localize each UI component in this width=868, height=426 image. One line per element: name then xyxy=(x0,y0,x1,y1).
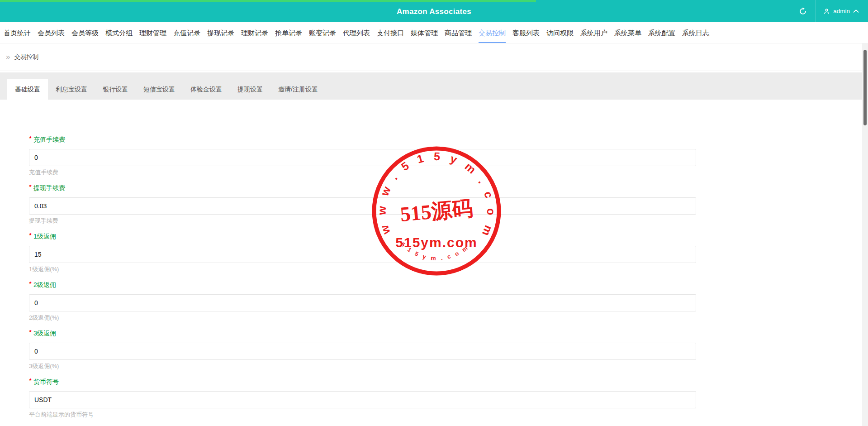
username-label: admin xyxy=(833,8,850,14)
nav-item-member-list[interactable]: 会员列表 xyxy=(38,22,65,43)
tab-lixibao-settings[interactable]: 利息宝设置 xyxy=(48,79,95,100)
nav-item-account-change-records[interactable]: 账变记录 xyxy=(309,22,336,43)
field-label: *货币符号 xyxy=(29,377,696,387)
main-nav: 首页统计 会员列表 会员等级 模式分组 理财管理 充值记录 提现记录 理财记录 … xyxy=(0,22,868,43)
nav-item-access-rights[interactable]: 访问权限 xyxy=(546,22,574,43)
tab-bank-settings[interactable]: 银行设置 xyxy=(95,79,136,100)
required-asterisk: * xyxy=(29,183,31,190)
nav-item-home-stats[interactable]: 首页统计 xyxy=(4,22,31,43)
nav-item-order-grab-records[interactable]: 抢单记录 xyxy=(275,22,302,43)
nav-item-payment-api[interactable]: 支付接口 xyxy=(377,22,404,43)
basic-settings-form: *充值手续费 充值手续费 *提现手续费 提现手续费 *1级返佣 1级返佣(%) … xyxy=(29,135,696,426)
header-controls: admin xyxy=(790,0,868,22)
nav-item-media-manage[interactable]: 媒体管理 xyxy=(411,22,438,43)
breadcrumb: » 交易控制 xyxy=(0,43,868,71)
nav-item-finance-manage[interactable]: 理财管理 xyxy=(139,22,166,43)
refresh-button[interactable] xyxy=(790,0,816,22)
field-hint: 2级返佣(%) xyxy=(29,314,696,321)
nav-item-trade-control[interactable]: 交易控制 xyxy=(479,22,506,43)
nav-item-withdraw-records[interactable]: 提现记录 xyxy=(207,22,234,43)
field-hint: 3级返佣(%) xyxy=(29,363,696,370)
level1-rebate-input[interactable] xyxy=(29,246,696,263)
nav-item-system-config[interactable]: 系统配置 xyxy=(648,22,675,43)
nav-item-service-list[interactable]: 客服列表 xyxy=(512,22,540,43)
required-asterisk: * xyxy=(29,329,31,335)
app-title: Amazon Associates xyxy=(0,0,868,22)
field-hint: 平台前端显示的货币符号 xyxy=(29,411,696,418)
tab-invite-register-settings[interactable]: 邀请/注册设置 xyxy=(270,79,326,100)
tab-trial-fund-settings[interactable]: 体验金设置 xyxy=(183,79,230,100)
tab-basic-settings[interactable]: 基础设置 xyxy=(7,79,48,100)
withdraw-fee-input[interactable] xyxy=(29,197,696,215)
field-withdraw-fee: *提现手续费 提现手续费 xyxy=(29,183,696,225)
nav-item-finance-records[interactable]: 理财记录 xyxy=(241,22,268,43)
breadcrumb-chevrons-icon: » xyxy=(6,53,10,61)
vertical-scrollbar-thumb[interactable] xyxy=(863,50,867,125)
breadcrumb-label: 交易控制 xyxy=(14,53,38,61)
field-level2-rebate: *2级返佣 2级返佣(%) xyxy=(29,280,696,321)
top-header: Amazon Associates admin xyxy=(0,0,868,22)
field-label: *充值手续费 xyxy=(29,135,696,144)
field-recharge-fee: *充值手续费 充值手续费 xyxy=(29,135,696,176)
field-level1-rebate: *1级返佣 1级返佣(%) xyxy=(29,232,696,273)
nav-item-system-log[interactable]: 系统日志 xyxy=(682,22,709,43)
chevron-up-icon xyxy=(853,9,859,13)
field-hint: 1级返佣(%) xyxy=(29,266,696,273)
user-menu[interactable]: admin xyxy=(816,0,868,22)
vertical-scrollbar-track[interactable] xyxy=(862,43,868,426)
tab-smsbao-settings[interactable]: 短信宝设置 xyxy=(136,79,183,100)
field-label: *2级返佣 xyxy=(29,280,696,290)
field-hint: 充值手续费 xyxy=(29,169,696,176)
nav-item-product-manage[interactable]: 商品管理 xyxy=(445,22,472,43)
required-asterisk: * xyxy=(29,232,31,239)
refresh-icon xyxy=(799,7,807,15)
field-label: *3级返佣 xyxy=(29,329,696,338)
field-currency-symbol: *货币符号 平台前端显示的货币符号 xyxy=(29,377,696,418)
nav-item-recharge-records[interactable]: 充值记录 xyxy=(173,22,200,43)
required-asterisk: * xyxy=(29,280,31,287)
field-label: *1级返佣 xyxy=(29,232,696,241)
required-asterisk: * xyxy=(29,377,31,384)
nav-item-agent-list[interactable]: 代理列表 xyxy=(343,22,370,43)
tab-withdraw-settings[interactable]: 提现设置 xyxy=(230,79,270,100)
field-label: *提现手续费 xyxy=(29,183,696,193)
nav-item-member-level[interactable]: 会员等级 xyxy=(71,22,99,43)
admin-page: Amazon Associates admin xyxy=(0,0,868,426)
nav-item-mode-group[interactable]: 模式分组 xyxy=(105,22,133,43)
nav-item-system-users[interactable]: 系统用户 xyxy=(580,22,607,43)
recharge-fee-input[interactable] xyxy=(29,149,696,166)
currency-symbol-input[interactable] xyxy=(29,391,696,408)
field-level3-rebate: *3级返佣 3级返佣(%) xyxy=(29,329,696,370)
level2-rebate-input[interactable] xyxy=(29,294,696,311)
level3-rebate-input[interactable] xyxy=(29,343,696,360)
nav-item-system-menu[interactable]: 系统菜单 xyxy=(614,22,641,43)
settings-tab-bar: 基础设置 利息宝设置 银行设置 短信宝设置 体验金设置 提现设置 邀请/注册设置 xyxy=(0,72,862,100)
required-asterisk: * xyxy=(29,135,31,142)
user-icon xyxy=(823,8,830,15)
field-hint: 提现手续费 xyxy=(29,217,696,225)
